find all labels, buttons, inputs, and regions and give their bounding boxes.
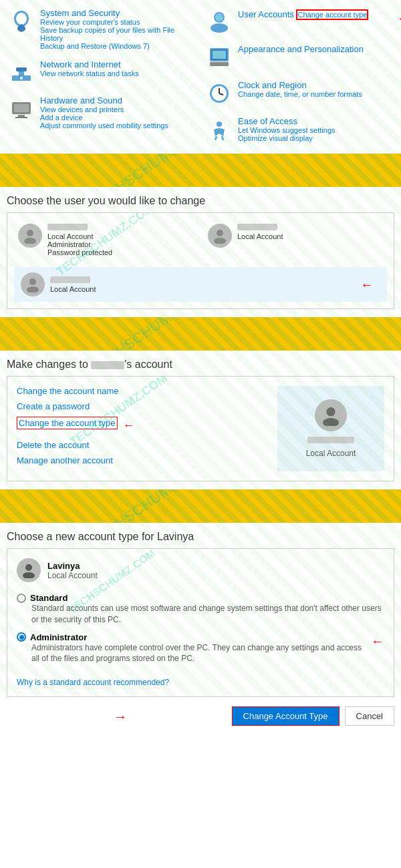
- why-standard-link[interactable]: Why is a standard account recommended?: [17, 678, 384, 687]
- user-name-blur-2: [237, 224, 277, 230]
- changes-content: Change the account name Create a passwor…: [17, 386, 384, 471]
- svg-point-32: [25, 564, 32, 571]
- choose-type-heading: Choose a new account type for Lavinya: [0, 523, 401, 548]
- ease-title[interactable]: Ease of Access: [238, 116, 297, 126]
- radio-admin-label[interactable]: Administrator: [17, 632, 366, 642]
- user-card-highlighted[interactable]: Local Account: [14, 267, 387, 302]
- user-name-blur-admin: [47, 224, 88, 230]
- cp-item-network: Network and Internet View network status…: [5, 57, 198, 89]
- svg-point-24: [27, 230, 33, 236]
- account-type-user: Lavinya Local Account: [17, 558, 384, 582]
- user-role-admin2: Administrator: [47, 240, 193, 248]
- user-info-highlighted: Local Account: [50, 276, 380, 293]
- preview-role: Local Account: [306, 449, 356, 458]
- svg-point-1: [16, 13, 27, 25]
- user-role-highlighted: Local Account: [50, 285, 380, 293]
- cp-item-system-security: System and Security Review your computer…: [5, 5, 198, 53]
- system-security-link3[interactable]: Backup and Restore (Windows 7): [40, 42, 195, 50]
- user-grid-top: Local Account Administrator Password pro…: [14, 220, 387, 260]
- svg-point-25: [24, 238, 36, 244]
- svg-rect-9: [15, 117, 27, 118]
- network-title[interactable]: Network and Internet: [40, 59, 121, 69]
- hardware-link2[interactable]: Add a device: [40, 114, 195, 122]
- appearance-text: Appearance and Personalization: [238, 44, 393, 54]
- clock-title[interactable]: Clock and Region: [238, 80, 307, 90]
- account-type-role: Local Account: [47, 571, 98, 580]
- delete-account-link[interactable]: Delete the account: [17, 440, 271, 450]
- cp-item-clock: Clock and Region Change date, time, or n…: [203, 77, 396, 110]
- user-card-admin[interactable]: Local Account Administrator Password pro…: [14, 220, 197, 260]
- svg-point-30: [326, 407, 335, 416]
- make-changes-suffix: 's account: [124, 359, 172, 370]
- change-type-link[interactable]: Change the account type: [17, 417, 118, 429]
- radio-admin: Administrator Administrators have comple…: [17, 632, 366, 665]
- user-card-2[interactable]: Local Account: [204, 220, 387, 260]
- svg-point-28: [29, 278, 36, 285]
- choose-user-heading: Choose the user you would like to change: [0, 187, 401, 212]
- user-accounts-title[interactable]: User Accounts: [238, 9, 294, 19]
- user-avatar-highlighted: [21, 272, 45, 296]
- changes-panel: TECHSCHUMZ.COM Change the account name C…: [7, 376, 394, 481]
- user-role-admin3: Password protected: [47, 248, 193, 256]
- clock-text: Clock and Region Change date, time, or n…: [238, 80, 393, 98]
- svg-point-12: [215, 13, 223, 21]
- control-panel-section: System and Security Review your computer…: [0, 0, 401, 154]
- user-name-blur-highlighted: [50, 276, 90, 283]
- radio-standard: Standard Standard accounts can use most …: [17, 593, 384, 626]
- arrow-to-change-type: ←: [123, 419, 135, 433]
- hardware-text: Hardware and Sound View devices and prin…: [40, 95, 195, 130]
- network-link1[interactable]: View network status and tasks: [40, 69, 195, 77]
- preview-name-blur: [307, 437, 354, 443]
- svg-point-5: [20, 77, 23, 79]
- hardware-icon: [8, 95, 35, 122]
- user-info-2: Local Account: [237, 224, 383, 240]
- change-name-link[interactable]: Change the account name: [17, 386, 271, 396]
- make-changes-heading: Make changes to 's account: [0, 351, 401, 376]
- network-icon: [8, 59, 35, 86]
- account-type-avatar: [17, 558, 41, 582]
- bottom-buttons: → Change Account Type Cancel: [0, 697, 401, 735]
- arrow-to-change-account: ←: [397, 11, 401, 26]
- hardware-link3[interactable]: Adjust commonly used mobility settings: [40, 122, 195, 130]
- change-account-type-link[interactable]: Change account type: [297, 11, 367, 19]
- system-security-link2[interactable]: Save backup copies of your files with Fi…: [40, 26, 195, 42]
- svg-point-31: [323, 418, 339, 426]
- radio-standard-label[interactable]: Standard: [17, 593, 384, 603]
- yellow-band-2: TECHSCHUMZ.COM: [0, 317, 401, 351]
- system-security-link1[interactable]: Review your computer's status: [40, 18, 195, 26]
- hardware-link1[interactable]: View devices and printers: [40, 105, 195, 114]
- clock-link1[interactable]: Change date, time, or number formats: [238, 90, 393, 98]
- arrow-to-change-btn: →: [114, 708, 127, 724]
- svg-rect-15: [213, 51, 226, 59]
- user-accounts-icon: [206, 8, 233, 35]
- changes-links: Change the account name Create a passwor…: [17, 386, 271, 471]
- arrow-to-admin: ←: [371, 632, 384, 649]
- radio-standard-desc: Standard accounts can use most software …: [31, 603, 384, 626]
- cp-item-hardware: Hardware and Sound View devices and prin…: [5, 93, 198, 132]
- cp-item-ease: Ease of Access Let Windows suggest setti…: [203, 114, 396, 146]
- preview-avatar: [315, 399, 347, 431]
- hardware-title[interactable]: Hardware and Sound: [40, 95, 122, 105]
- radio-standard-text: Standard: [30, 593, 68, 603]
- cp-item-user-accounts: User Accounts Change account type ←: [203, 5, 396, 37]
- user-avatar-2: [208, 224, 232, 248]
- yellow-band-3: TECHSCHUMZ.COM: [0, 489, 401, 523]
- radio-standard-circle[interactable]: [17, 594, 26, 603]
- create-password-link[interactable]: Create a password: [17, 401, 271, 411]
- user-role-admin: Local Account: [47, 232, 193, 240]
- svg-point-21: [217, 122, 222, 127]
- ease-link2[interactable]: Optimize visual display: [238, 134, 393, 142]
- user-role-2: Local Account: [237, 232, 383, 240]
- svg-point-33: [23, 572, 35, 578]
- ease-link1[interactable]: Let Windows suggest settings: [238, 126, 393, 134]
- system-security-title[interactable]: System and Security: [40, 8, 120, 18]
- svg-rect-7: [14, 104, 29, 112]
- account-type-username: Lavinya: [47, 561, 98, 571]
- change-account-type-button[interactable]: Change Account Type: [232, 706, 340, 726]
- manage-another-link[interactable]: Manage another account: [17, 455, 271, 465]
- appearance-icon: [206, 44, 233, 71]
- cancel-button[interactable]: Cancel: [345, 706, 394, 726]
- appearance-title[interactable]: Appearance and Personalization: [238, 44, 364, 54]
- radio-admin-circle[interactable]: [17, 632, 26, 642]
- ease-icon: [206, 116, 233, 143]
